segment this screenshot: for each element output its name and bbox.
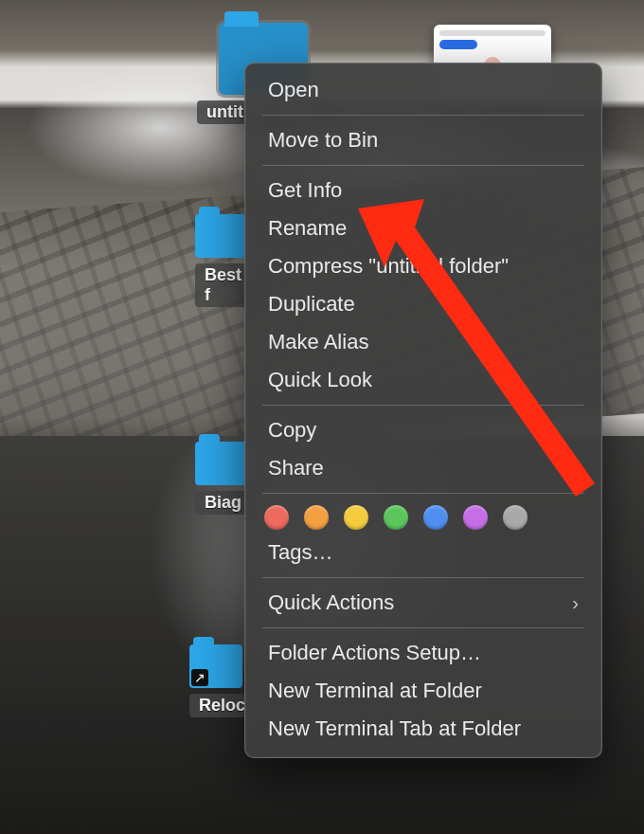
- icon-label: Biag: [195, 491, 251, 515]
- menu-separator: [262, 165, 584, 166]
- menu-item-quick-actions[interactable]: Quick Actions ›: [245, 584, 601, 622]
- chevron-right-icon: ›: [572, 592, 579, 614]
- menu-item-get-info[interactable]: Get Info: [245, 172, 601, 209]
- tag-dot-gray[interactable]: [503, 505, 528, 530]
- menu-item-label: Open: [268, 78, 319, 102]
- thumb-bar: [439, 30, 546, 36]
- menu-separator: [262, 405, 584, 406]
- menu-item-copy[interactable]: Copy: [245, 411, 601, 449]
- menu-item-label: Tags…: [268, 540, 332, 565]
- menu-item-label: Compress "untitled folder": [268, 254, 509, 279]
- tag-dot-purple[interactable]: [463, 505, 488, 530]
- folder-icon: ↗: [189, 644, 242, 688]
- tag-dot-blue[interactable]: [423, 505, 448, 530]
- menu-item-label: Copy: [268, 418, 316, 443]
- menu-item-compress[interactable]: Compress "untitled folder": [245, 247, 601, 285]
- menu-item-new-terminal-tab-at-folder[interactable]: New Terminal Tab at Folder: [245, 710, 601, 748]
- alias-badge-icon: ↗: [191, 669, 208, 686]
- context-menu: Open Move to Bin Get Info Rename Compres…: [244, 63, 602, 758]
- menu-item-move-to-bin[interactable]: Move to Bin: [245, 121, 601, 159]
- menu-item-share[interactable]: Share ›: [245, 449, 601, 487]
- menu-item-folder-actions-setup[interactable]: Folder Actions Setup…: [245, 634, 601, 672]
- thumb-pill: [439, 40, 477, 49]
- icon-label-text: Reloc: [199, 696, 245, 715]
- menu-separator: [262, 115, 584, 116]
- menu-item-label: Make Alias: [268, 330, 368, 354]
- icon-label-text-2: f: [205, 285, 210, 304]
- menu-separator: [262, 577, 584, 578]
- menu-item-label: Share: [268, 456, 324, 480]
- chevron-right-icon: ›: [572, 458, 579, 480]
- menu-item-label: Folder Actions Setup…: [268, 641, 481, 665]
- tag-dot-orange[interactable]: [304, 505, 329, 530]
- menu-item-new-terminal-at-folder[interactable]: New Terminal at Folder: [245, 672, 601, 710]
- menu-item-duplicate[interactable]: Duplicate: [245, 285, 601, 323]
- folder-icon: [195, 214, 248, 258]
- menu-item-label: Quick Look: [268, 368, 372, 392]
- tag-dot-yellow[interactable]: [344, 505, 368, 530]
- menu-item-tags[interactable]: Tags…: [245, 534, 601, 571]
- menu-item-label: Get Info: [268, 178, 342, 203]
- menu-item-rename[interactable]: Rename: [245, 209, 601, 247]
- menu-item-label: New Terminal Tab at Folder: [268, 716, 521, 741]
- tag-dot-red[interactable]: [264, 505, 289, 530]
- menu-item-open[interactable]: Open: [245, 71, 601, 109]
- menu-item-quick-look[interactable]: Quick Look: [245, 361, 601, 399]
- menu-item-label: Rename: [268, 216, 347, 241]
- menu-separator: [262, 493, 584, 494]
- menu-item-label: Duplicate: [268, 292, 355, 317]
- menu-separator: [262, 627, 584, 628]
- menu-item-label: New Terminal at Folder: [268, 679, 482, 703]
- icon-label-text: Biag: [205, 493, 242, 512]
- folder-icon: [195, 442, 248, 485]
- tags-color-row: [245, 499, 601, 534]
- tag-dot-green[interactable]: [384, 505, 408, 530]
- menu-item-label: Move to Bin: [268, 128, 378, 153]
- menu-item-label: Quick Actions: [268, 590, 394, 615]
- menu-item-make-alias[interactable]: Make Alias: [245, 323, 601, 361]
